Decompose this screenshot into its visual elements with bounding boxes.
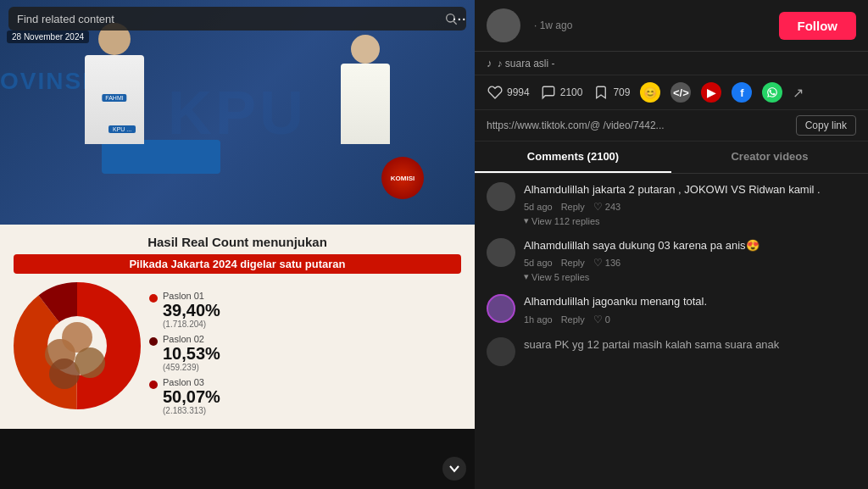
result-item-03: Paslon 03 50,07% (2.183.313) xyxy=(149,377,461,415)
comment-action[interactable]: 2100 xyxy=(540,84,583,101)
comment-item: Alhamdulillah saya dukung 03 karena pa a… xyxy=(487,238,856,282)
emoji-icon: 😊 xyxy=(640,82,660,103)
comment-like-button[interactable]: ♡ 0 xyxy=(593,314,610,325)
result-info-01: Paslon 01 39,40% (1.718.204) xyxy=(163,291,220,329)
comment-meta: 1h ago Reply ♡ 0 xyxy=(524,314,856,325)
result-pct-03: 50,07% xyxy=(163,387,220,406)
comment-text: Alhamdulillah jagoanku menang total. xyxy=(524,294,856,309)
comment-meta: 5d ago Reply ♡ 136 xyxy=(524,257,856,269)
result-label-01: Paslon 01 xyxy=(163,291,220,301)
share-action[interactable]: ↗ xyxy=(793,85,804,101)
tabs-row: Comments (2100) Creator videos xyxy=(475,142,868,174)
facebook-share-action[interactable]: f xyxy=(732,82,752,103)
results-list: Paslon 01 39,40% (1.718.204) Paslon 02 1… xyxy=(149,282,461,415)
bookmark-icon xyxy=(593,84,609,101)
sound-row: ♪ ♪ suara asli - xyxy=(475,52,868,75)
comment-avatar xyxy=(487,337,515,366)
komisi-logo: KOMISI xyxy=(381,157,424,199)
date-badge: 28 November 2024 xyxy=(7,31,89,43)
result-dot-03 xyxy=(149,381,158,389)
hasil-title: Hasil Real Count menunjukan xyxy=(14,235,461,249)
follow-button[interactable]: Follow xyxy=(779,12,857,40)
comment-item: suara PK yg 12 partai masih kalah sama s… xyxy=(487,337,856,366)
comment-body: suara PK yg 12 partai masih kalah sama s… xyxy=(524,337,856,353)
scroll-down-button[interactable] xyxy=(442,457,466,481)
creator-info: · 1w ago xyxy=(529,19,771,31)
svg-point-9 xyxy=(75,347,105,378)
reply-button[interactable]: Reply xyxy=(561,202,585,212)
result-pct-02: 10,53% xyxy=(163,344,220,363)
search-placeholder: Find related content xyxy=(17,13,444,25)
comments-panel: · 1w ago Follow ♪ ♪ suara asli - 9994 xyxy=(475,0,868,489)
comment-avatar xyxy=(487,238,515,267)
comment-icon xyxy=(540,84,557,101)
like-count: 243 xyxy=(605,202,620,212)
share-icon: ↗ xyxy=(793,85,804,101)
comment-meta: 5d ago Reply ♡ 243 xyxy=(524,201,856,213)
tiktok-share-action[interactable]: ▶ xyxy=(701,82,721,103)
like-action[interactable]: 9994 xyxy=(487,84,530,101)
emoji-action[interactable]: 😊 xyxy=(640,82,660,103)
comment-avatar xyxy=(487,182,515,211)
tiktok-icon: ▶ xyxy=(701,82,721,103)
result-dot-02 xyxy=(149,337,158,346)
result-item-01: Paslon 01 39,40% (1.718.204) xyxy=(149,291,461,329)
comment-body: Alhamdulillah saya dukung 03 karena pa a… xyxy=(524,238,856,282)
comment-body: Alhamdulillah jakarta 2 putaran , JOKOWI… xyxy=(524,182,856,226)
embed-icon: </> xyxy=(670,82,691,103)
comment-text: Alhamdulillah jakarta 2 putaran , JOKOWI… xyxy=(524,182,856,197)
result-label-02: Paslon 02 xyxy=(163,334,220,344)
facebook-icon: f xyxy=(732,82,752,103)
sound-name: ♪ suara asli - xyxy=(498,58,555,69)
like-count: 0 xyxy=(605,314,610,325)
result-info-03: Paslon 03 50,07% (2.183.313) xyxy=(163,377,220,415)
result-votes-02: (459.239) xyxy=(163,363,220,372)
video-header: · 1w ago Follow xyxy=(475,0,868,52)
video-thumbnail: 28 November 2024 KPU OVINSI D FAHMI KOMI… xyxy=(0,0,475,225)
heart-icon xyxy=(487,84,504,101)
comment-item: Alhamdulillah jakarta 2 putaran , JOKOWI… xyxy=(487,182,856,226)
comment-item: Alhamdulillah jagoanku menang total. 1h … xyxy=(487,294,856,325)
fahmi-name-badge: FAHMI xyxy=(102,94,126,102)
view-replies-button[interactable]: ▾ View 5 replies xyxy=(524,271,856,282)
comment-time: 5d ago xyxy=(524,258,553,268)
pilkada-badge: Pilkada Jakarta 2024 digelar satu putara… xyxy=(14,254,461,274)
chevron-down-icon: ▾ xyxy=(524,271,529,282)
comment-like-button[interactable]: ♡ 136 xyxy=(593,257,620,269)
embed-action[interactable]: </> xyxy=(670,82,691,103)
comment-text: suara PK yg 12 partai masih kalah sama s… xyxy=(524,337,856,353)
heart-icon: ♡ xyxy=(593,201,603,213)
view-replies-button[interactable]: ▾ View 112 replies xyxy=(524,215,856,226)
actions-row: 9994 2100 709 😊 </> xyxy=(475,75,868,110)
search-bar[interactable]: Find related content xyxy=(8,7,466,31)
result-item-02: Paslon 02 10,53% (459.239) xyxy=(149,334,461,372)
like-count: 136 xyxy=(605,258,620,268)
heart-icon: ♡ xyxy=(593,257,603,269)
reply-button[interactable]: Reply xyxy=(561,314,585,325)
podium xyxy=(102,140,220,174)
person-right xyxy=(341,35,390,144)
whatsapp-share-action[interactable] xyxy=(762,82,782,103)
comment-avatar xyxy=(487,294,515,323)
tab-comments[interactable]: Comments (2100) xyxy=(475,142,671,173)
tab-creator-videos[interactable]: Creator videos xyxy=(671,142,868,173)
kpu-badge: KPU ... xyxy=(108,125,136,133)
reply-button[interactable]: Reply xyxy=(561,258,585,268)
bookmark-count: 709 xyxy=(613,86,630,98)
username-row: · 1w ago xyxy=(529,19,771,31)
bookmark-action[interactable]: 709 xyxy=(593,84,630,101)
comment-time: 5d ago xyxy=(524,202,553,212)
comment-text: Alhamdulillah saya dukung 03 karena pa a… xyxy=(524,238,856,253)
result-votes-03: (2.183.313) xyxy=(163,406,220,415)
comment-body: Alhamdulillah jagoanku menang total. 1h … xyxy=(524,294,856,325)
results-infographic: Hasil Real Count menunjukan Pilkada Jaka… xyxy=(0,225,475,429)
like-count: 9994 xyxy=(507,86,530,98)
result-votes-01: (1.718.204) xyxy=(163,320,220,329)
copy-link-button[interactable]: Copy link xyxy=(796,115,856,136)
result-dot-01 xyxy=(149,294,158,303)
comments-list: Alhamdulillah jakarta 2 putaran , JOKOWI… xyxy=(475,174,868,489)
whatsapp-icon xyxy=(762,82,782,103)
music-icon: ♪ xyxy=(487,57,492,69)
comment-like-button[interactable]: ♡ 243 xyxy=(593,201,620,213)
more-options-button[interactable]: ··· xyxy=(452,8,466,28)
